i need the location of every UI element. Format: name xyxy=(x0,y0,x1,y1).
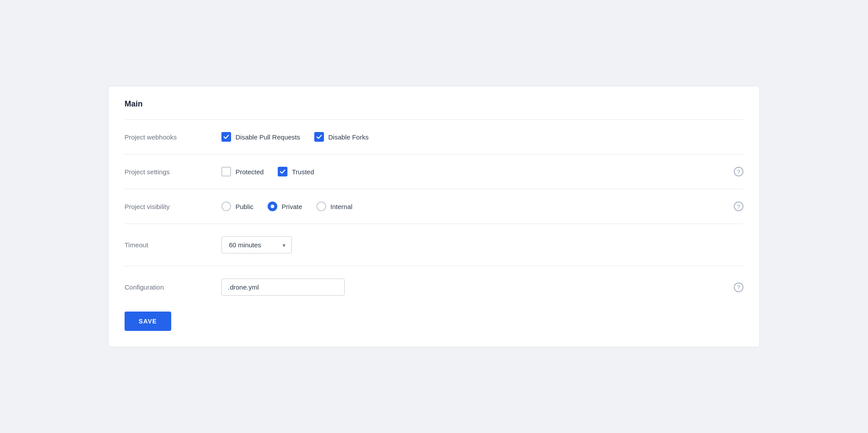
checkbox-trusted-box xyxy=(278,167,287,176)
configuration-help-icon[interactable]: ? xyxy=(734,283,743,292)
main-card: Main Project webhooks Disable Pull Reque… xyxy=(108,86,760,347)
radio-internal-label: Internal xyxy=(331,203,353,210)
visibility-label: Project visibility xyxy=(125,203,221,210)
radio-internal-circle xyxy=(316,202,326,211)
check-icon xyxy=(316,134,322,140)
checkbox-disable-pull-requests[interactable]: Disable Pull Requests xyxy=(221,132,300,142)
row-timeout: Timeout 10 minutes 30 minutes 60 minutes… xyxy=(125,224,743,266)
checkbox-trusted-label: Trusted xyxy=(292,168,314,176)
timeout-label: Timeout xyxy=(125,241,221,249)
row-visibility: Project visibility Public Private Intern… xyxy=(125,189,743,224)
radio-private[interactable]: Private xyxy=(268,202,302,211)
row-settings: Project settings Protected Trusted ? xyxy=(125,154,743,189)
checkbox-disable-pull-requests-label: Disable Pull Requests xyxy=(235,133,300,141)
checkbox-protected-label: Protected xyxy=(235,168,264,176)
check-icon xyxy=(280,169,286,175)
timeout-select-wrapper: 10 minutes 30 minutes 60 minutes 90 minu… xyxy=(221,236,292,253)
checkbox-disable-forks-box xyxy=(314,132,324,142)
configuration-label: Configuration xyxy=(125,283,221,291)
checkbox-protected[interactable]: Protected xyxy=(221,167,264,176)
settings-help-icon[interactable]: ? xyxy=(734,167,743,176)
checkbox-disable-forks-label: Disable Forks xyxy=(328,133,369,141)
webhooks-content: Disable Pull Requests Disable Forks xyxy=(221,132,743,142)
radio-public-label: Public xyxy=(235,203,254,210)
row-configuration: Configuration ? xyxy=(125,266,743,308)
webhooks-label: Project webhooks xyxy=(125,133,221,141)
radio-internal[interactable]: Internal xyxy=(316,202,353,211)
save-button[interactable]: SAVE xyxy=(125,312,171,331)
row-webhooks: Project webhooks Disable Pull Requests xyxy=(125,120,743,154)
checkbox-trusted[interactable]: Trusted xyxy=(278,167,314,176)
checkbox-disable-pull-requests-box xyxy=(221,132,231,142)
visibility-content: Public Private Internal xyxy=(221,202,734,211)
checkbox-protected-box xyxy=(221,167,231,176)
configuration-content xyxy=(221,279,734,296)
radio-private-circle xyxy=(268,202,277,211)
visibility-help-icon[interactable]: ? xyxy=(734,202,743,211)
radio-public-circle xyxy=(221,202,231,211)
settings-content: Protected Trusted xyxy=(221,167,734,176)
radio-private-label: Private xyxy=(282,203,302,210)
configuration-input[interactable] xyxy=(221,279,345,296)
timeout-content: 10 minutes 30 minutes 60 minutes 90 minu… xyxy=(221,236,743,253)
check-icon xyxy=(223,134,229,140)
radio-public[interactable]: Public xyxy=(221,202,254,211)
settings-label: Project settings xyxy=(125,168,221,176)
timeout-select[interactable]: 10 minutes 30 minutes 60 minutes 90 minu… xyxy=(221,236,292,253)
page-title: Main xyxy=(125,99,743,109)
checkbox-disable-forks[interactable]: Disable Forks xyxy=(314,132,369,142)
